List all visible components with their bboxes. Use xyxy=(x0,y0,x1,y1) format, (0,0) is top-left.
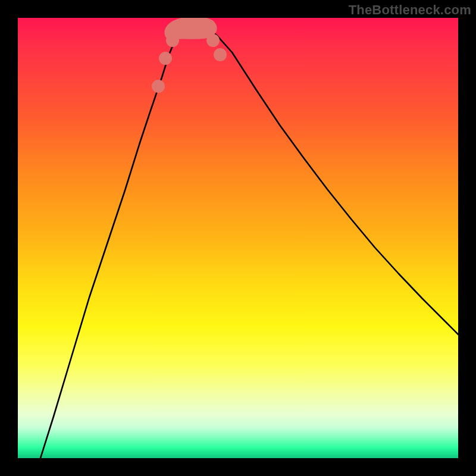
marker-dot xyxy=(166,34,179,47)
v-curve xyxy=(40,21,458,458)
marker-dot xyxy=(214,48,227,61)
watermark-text: TheBottleneck.com xyxy=(349,2,471,18)
marker-dot xyxy=(159,52,172,65)
marker-dot xyxy=(199,23,212,36)
plot-area xyxy=(18,18,458,458)
marker-dot xyxy=(206,34,220,47)
curve-layer xyxy=(18,18,458,458)
chart-frame: TheBottleneck.com xyxy=(0,0,476,476)
marker-dot xyxy=(152,80,165,93)
